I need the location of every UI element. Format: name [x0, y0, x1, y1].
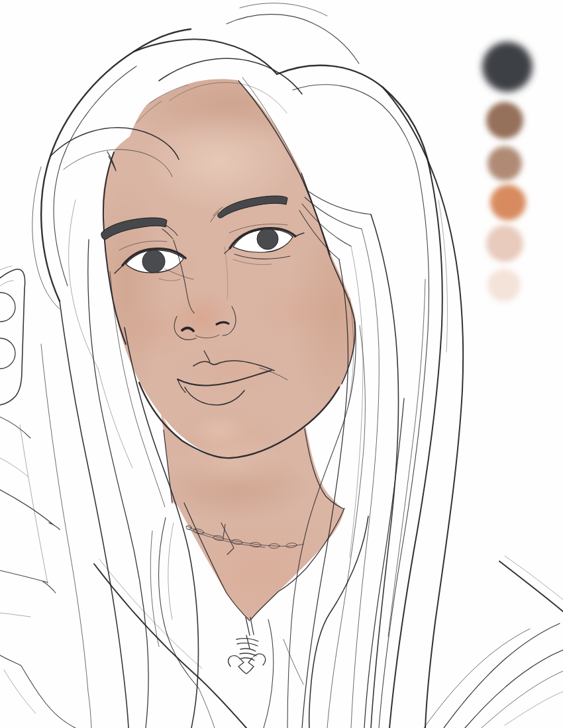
- palette-swatch-5: [486, 225, 523, 262]
- palette-swatch-1: [482, 42, 533, 92]
- palette-swatch-4: [490, 185, 526, 220]
- right-eye-iris: [257, 228, 278, 250]
- drawing-canvas: [0, 0, 563, 728]
- left-eye-iris: [142, 250, 165, 273]
- palette-swatch-6: [487, 269, 521, 302]
- portrait-artwork: [0, 0, 563, 728]
- palette-swatch-2: [486, 102, 523, 139]
- palette-swatch-3: [487, 146, 522, 181]
